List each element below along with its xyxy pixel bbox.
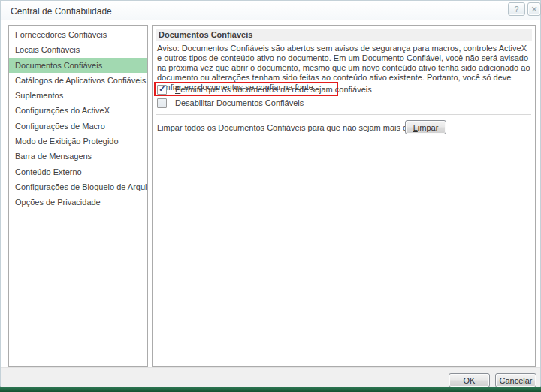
sidebar-item-catalogos-aplicativos[interactable]: Catálogos de Aplicativos Confiáveis xyxy=(9,73,147,88)
category-sidebar: Fornecedores Confiáveis Locais Confiávei… xyxy=(8,25,148,367)
screenshot-root: Central de Confiabilidade ? ✕ Fornecedor… xyxy=(0,0,541,392)
sidebar-item-opcoes-privacidade[interactable]: Opções de Privacidade xyxy=(9,194,147,210)
titlebar[interactable]: Central de Confiabilidade ? ✕ xyxy=(1,1,540,20)
help-button[interactable]: ? xyxy=(508,2,525,16)
sidebar-item-suplementos[interactable]: Suplementos xyxy=(9,88,147,103)
dialog-footer: OK Cancelar xyxy=(1,367,540,387)
check-icon: ✓ xyxy=(159,83,166,94)
checkbox-label: Desabilitar Documentos Confiáveis xyxy=(175,98,304,107)
sidebar-item-fornecedores-confiaveis[interactable]: Fornecedores Confiáveis xyxy=(9,27,147,42)
sidebar-item-documentos-confiaveis[interactable]: Documentos Confiáveis xyxy=(9,58,147,73)
cancel-button[interactable]: Cancelar xyxy=(495,373,536,387)
sidebar-item-locais-confiaveis[interactable]: Locais Confiáveis xyxy=(9,42,147,57)
clear-section: Limpar todos os Documentos Confiáveis pa… xyxy=(157,120,531,134)
limpar-button[interactable]: Limpar xyxy=(405,120,446,134)
close-button[interactable]: ✕ xyxy=(527,2,541,16)
sidebar-item-conteudo-externo[interactable]: Conteúdo Externo xyxy=(9,164,147,179)
section-header: Documentos Confiáveis xyxy=(156,29,532,41)
sidebar-item-modo-exibicao-protegido[interactable]: Modo de Exibição Protegido xyxy=(9,134,147,149)
dialog-title: Central de Confiabilidade xyxy=(11,6,112,17)
sidebar-item-configuracoes-activex[interactable]: Configurações do ActiveX xyxy=(9,103,147,118)
close-icon: ✕ xyxy=(530,5,537,14)
checkbox-box[interactable]: ✓ xyxy=(157,98,167,108)
ok-button[interactable]: OK xyxy=(449,373,490,387)
help-icon: ? xyxy=(514,5,518,14)
content-panel: Documentos Confiáveis Aviso: Documentos … xyxy=(152,25,536,367)
section-divider xyxy=(156,114,531,115)
checkbox-label: Permitir que os documentos na rede sejam… xyxy=(175,85,372,94)
clear-description: Limpar todos os Documentos Confiáveis pa… xyxy=(157,123,440,132)
sidebar-item-configuracoes-bloqueio-arquivo[interactable]: Configurações de Bloqueio de Arquivo xyxy=(9,179,147,194)
trust-center-dialog: Central de Confiabilidade ? ✕ Fornecedor… xyxy=(0,0,541,387)
sidebar-item-barra-mensagens[interactable]: Barra de Mensagens xyxy=(9,149,147,164)
sidebar-item-configuracoes-macro[interactable]: Configurações de Macro xyxy=(9,119,147,134)
checkbox-box[interactable]: ✓ xyxy=(157,85,167,95)
